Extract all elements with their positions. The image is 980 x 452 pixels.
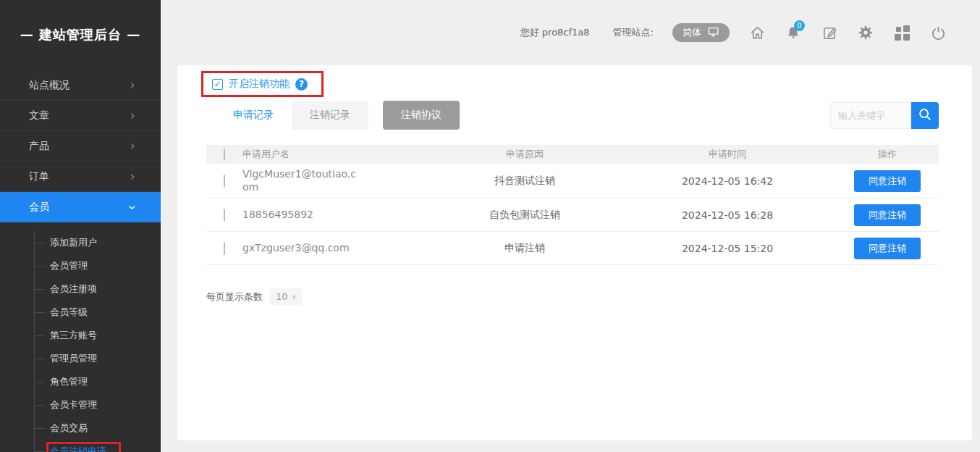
- search-input[interactable]: [830, 102, 911, 129]
- page-size-value: 10: [276, 291, 288, 302]
- submenu-item-member-cancellation-requests[interactable]: 会员注销申请: [35, 440, 161, 452]
- sidebar-item-label: 文章: [29, 109, 49, 122]
- submenu-item-member-levels[interactable]: 会员等级: [35, 301, 161, 324]
- apps-grid-button[interactable]: [893, 24, 911, 41]
- sidebar-item-label: 订单: [29, 170, 49, 183]
- cell-username: gxTzguser3@qq.com: [242, 242, 357, 255]
- settings-gear-button[interactable]: [857, 24, 874, 41]
- sidebar-item-orders[interactable]: 订单: [0, 162, 161, 192]
- cell-time: 2024-12-05 16:42: [619, 164, 836, 198]
- notification-badge: 0: [794, 20, 805, 31]
- submenu-item-admin-management[interactable]: 管理员管理: [35, 347, 161, 370]
- sidebar-item-members[interactable]: 会员: [0, 192, 161, 222]
- sidebar-item-label: 站点概况: [29, 79, 69, 92]
- submenu-item-role-management[interactable]: 角色管理: [35, 370, 161, 393]
- main-content-card: ✓ 开启注销功能 ? 申请记录 注销记录 注销协议 申请用户名 申请原因 申请时…: [177, 65, 972, 440]
- agree-cancellation-button[interactable]: 同意注销: [854, 238, 921, 259]
- row-checkbox[interactable]: [224, 175, 225, 188]
- home-button[interactable]: [748, 24, 766, 41]
- cell-username: 18856495892: [242, 209, 357, 222]
- enable-cancellation-checkbox[interactable]: ✓: [212, 79, 223, 90]
- submenu-item-label: 会员注销申请: [50, 445, 106, 452]
- chevron-right-icon: [129, 112, 136, 120]
- tab-application-records[interactable]: 申请记录: [215, 101, 292, 130]
- chevron-right-icon: [129, 143, 136, 150]
- submenu-item-third-party-accounts[interactable]: 第三方账号: [35, 324, 161, 347]
- table-row: 18856495892 自负包测试注销 2024-12-05 16:28 同意注…: [206, 198, 939, 232]
- cancellation-toggle-group: ✓ 开启注销功能 ?: [201, 71, 324, 97]
- cell-reason: 自负包测试注销: [431, 198, 619, 232]
- submenu-item-add-user[interactable]: 添加新用户: [35, 231, 161, 254]
- select-all-checkbox[interactable]: [224, 148, 225, 161]
- col-header-action: 操作: [836, 145, 939, 164]
- agree-cancellation-button[interactable]: 同意注销: [854, 204, 921, 226]
- members-submenu: 添加新用户 会员管理 会员注册项 会员等级 第三方账号 管理员管理 角色管理 会…: [0, 222, 161, 452]
- sidebar-item-articles[interactable]: 文章: [0, 101, 161, 131]
- row-checkbox[interactable]: [224, 242, 225, 255]
- submenu-item-member-management[interactable]: 会员管理: [35, 254, 161, 277]
- managed-site-label: 管理站点:: [613, 26, 654, 39]
- sidebar-item-site-overview[interactable]: 站点概况: [0, 70, 161, 101]
- sidebar: — 建站管理后台 — 站点概况 文章 产品 订单 会员 添加新用户 会员管理 会…: [0, 0, 161, 452]
- chevron-right-icon: [129, 82, 136, 89]
- cell-reason: 抖音测试注销: [431, 164, 619, 198]
- cell-time: 2024-12-05 16:28: [619, 198, 836, 232]
- cancellation-requests-table: 申请用户名 申请原因 申请时间 操作 VlgcMuser1@toutiao.co…: [206, 145, 939, 265]
- search-icon: [917, 106, 933, 125]
- notifications-bell-button[interactable]: 0: [785, 24, 802, 41]
- top-header: 您好 pro8cf1a8 管理站点: 简体 0: [161, 0, 980, 65]
- sidebar-item-products[interactable]: 产品: [0, 131, 161, 162]
- col-header-time: 申请时间: [619, 145, 836, 164]
- table-header-row: 申请用户名 申请原因 申请时间 操作: [206, 145, 939, 164]
- sidebar-item-label: 会员: [29, 201, 49, 214]
- monitor-icon: [707, 25, 719, 40]
- submenu-item-member-transactions[interactable]: 会员交易: [35, 417, 161, 440]
- enable-cancellation-label[interactable]: 开启注销功能: [229, 78, 290, 91]
- agree-cancellation-button[interactable]: 同意注销: [854, 170, 921, 192]
- logout-power-button[interactable]: [929, 24, 947, 41]
- pagination-bar: 每页显示条数 10 ∨: [206, 288, 939, 305]
- grid-icon: [895, 25, 910, 41]
- chevron-right-icon: [129, 173, 136, 180]
- tab-cancellation-agreement[interactable]: 注销协议: [383, 101, 460, 130]
- tab-cancellation-records[interactable]: 注销记录: [292, 101, 368, 130]
- page-size-select[interactable]: 10 ∨: [270, 288, 303, 305]
- table-row: VlgcMuser1@toutiao.com 抖音测试注销 2024-12-05…: [206, 164, 939, 198]
- help-icon[interactable]: ?: [295, 78, 308, 91]
- table-row: gxTzguser3@qq.com 申请注销 2024-12-05 15:20 …: [206, 232, 939, 265]
- col-header-username: 申请用户名: [242, 145, 431, 164]
- submenu-item-member-registration-fields[interactable]: 会员注册项: [35, 277, 161, 301]
- row-checkbox[interactable]: [224, 209, 225, 222]
- col-header-reason: 申请原因: [431, 145, 619, 164]
- tabs-bar: 申请记录 注销记录 注销协议: [215, 101, 939, 130]
- cell-time: 2024-12-05 15:20: [619, 232, 836, 265]
- search-box: [830, 102, 939, 129]
- sidebar-item-label: 产品: [29, 140, 49, 153]
- greeting-text: 您好 pro8cf1a8: [520, 26, 590, 39]
- search-button[interactable]: [911, 102, 939, 129]
- language-switch-button[interactable]: 简体: [672, 23, 730, 42]
- language-label: 简体: [683, 26, 701, 39]
- cell-reason: 申请注销: [431, 232, 619, 265]
- chevron-down-icon: [128, 204, 136, 212]
- cell-username: VlgcMuser1@toutiao.com: [242, 168, 357, 193]
- app-logo: — 建站管理后台 —: [0, 0, 161, 70]
- edit-button[interactable]: [821, 24, 838, 41]
- chevron-down-icon: ∨: [292, 293, 297, 301]
- page-size-label: 每页显示条数: [206, 290, 263, 304]
- submenu-item-member-card-management[interactable]: 会员卡管理: [35, 393, 161, 417]
